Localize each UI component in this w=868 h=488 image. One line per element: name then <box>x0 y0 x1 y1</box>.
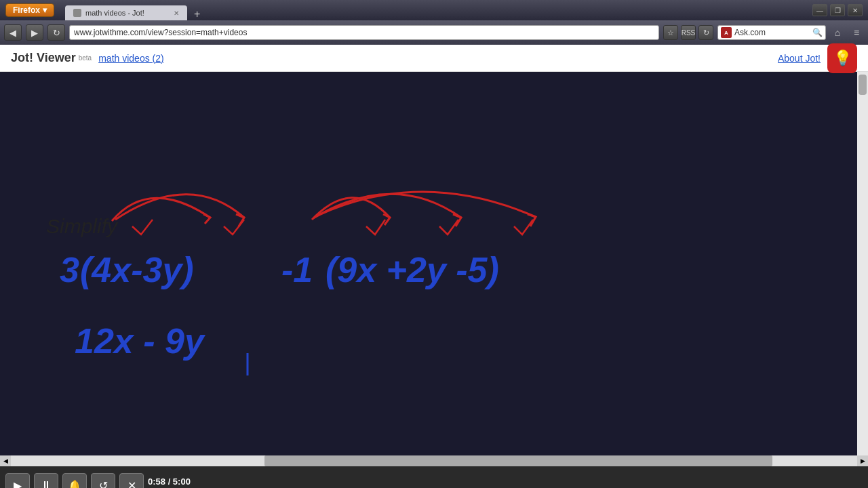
scrollbar-bottom[interactable]: ◀ ▶ <box>0 455 868 466</box>
new-tab-button[interactable]: + <box>190 8 204 20</box>
svg-text:-1: -1 <box>281 250 313 289</box>
svg-text:12x - 9y: 12x - 9y <box>75 321 206 361</box>
scroll-left-arrow[interactable]: ◀ <box>0 455 11 466</box>
svg-text:3: 3 <box>60 250 79 289</box>
pause-icon: ⏸ <box>41 479 52 488</box>
bell-button[interactable]: 🔔 <box>62 473 87 488</box>
search-input-text: Ask.com <box>734 28 809 37</box>
back-button[interactable]: ◀ <box>4 24 22 41</box>
tab-bar: math videos - Jot! ✕ + <box>65 0 204 20</box>
play-button[interactable]: ▶ <box>5 473 30 488</box>
firefox-dropdown-icon: ▾ <box>43 5 47 15</box>
canvas-area: Simplify 3 (4x-3y) -1 (9x +2y -5) 12x - … <box>0 72 857 455</box>
scroll-thumb[interactable] <box>264 455 772 466</box>
play-icon: ▶ <box>14 479 22 489</box>
jot-logo: 💡 <box>827 43 857 73</box>
beta-badge: beta <box>79 54 92 62</box>
pause-button[interactable]: ⏸ <box>34 473 58 488</box>
star-button[interactable]: ☆ <box>663 25 678 40</box>
scroll-track[interactable] <box>11 455 857 466</box>
minimize-button[interactable]: — <box>812 4 827 16</box>
firefox-menu-button[interactable]: Firefox ▾ <box>5 3 54 17</box>
url-text: www.jotwithme.com/view?session=math+vide… <box>74 28 247 37</box>
maximize-button[interactable]: ❐ <box>830 4 845 16</box>
app-title: Jot! Viewer <box>11 51 76 65</box>
rewind-icon: ↺ <box>99 479 108 489</box>
browser-titlebar: Firefox ▾ math videos - Jot! ✕ + — ❐ ✕ <box>0 0 868 20</box>
firefox-label: Firefox <box>13 5 40 15</box>
time-display: 0:58 / 5:00 <box>148 476 863 487</box>
rss-button[interactable]: RSS <box>681 25 696 40</box>
tab-title: math videos - Jot! <box>85 9 144 17</box>
close-toolbar-button[interactable]: ✕ <box>119 473 144 488</box>
scrollbar-right[interactable] <box>857 72 868 455</box>
about-jot-link[interactable]: About Jot! <box>778 53 821 64</box>
progress-container: 0:58 / 5:00 <box>148 476 863 489</box>
search-box[interactable]: A Ask.com 🔍 <box>717 25 826 40</box>
active-tab[interactable]: math videos - Jot! ✕ <box>65 5 187 20</box>
tab-close-button[interactable]: ✕ <box>174 9 179 17</box>
address-bar: ◀ ▶ ↻ www.jotwithme.com/view?session=mat… <box>0 20 868 45</box>
svg-text:(9x +2y -5): (9x +2y -5) <box>326 250 499 289</box>
scroll-right-arrow[interactable]: ▶ <box>857 455 868 466</box>
close-icon: ✕ <box>127 479 136 489</box>
forward-button[interactable]: ▶ <box>26 24 43 41</box>
tab-favicon <box>73 9 81 17</box>
bell-icon: 🔔 <box>68 479 81 489</box>
close-button[interactable]: ✕ <box>848 4 863 16</box>
window-controls: — ❐ ✕ <box>812 4 863 16</box>
math-videos-nav-link[interactable]: math videos (2) <box>98 53 163 64</box>
refresh-alt-button[interactable]: ↻ <box>698 25 713 40</box>
math-canvas: Simplify 3 (4x-3y) -1 (9x +2y -5) 12x - … <box>0 72 857 455</box>
search-engine-icon: A <box>721 27 732 38</box>
search-submit-icon[interactable]: 🔍 <box>812 27 823 38</box>
refresh-button[interactable]: ↻ <box>47 24 65 41</box>
svg-text:(4x-3y): (4x-3y) <box>80 250 194 289</box>
nav-icons: ☆ RSS ↻ <box>663 25 713 40</box>
scrollbar-thumb[interactable] <box>859 75 867 95</box>
rewind-button[interactable]: ↺ <box>91 473 115 488</box>
address-input[interactable]: www.jotwithme.com/view?session=math+vide… <box>69 25 659 40</box>
svg-text:Simplify: Simplify <box>46 215 119 237</box>
home-button[interactable]: ⌂ <box>830 25 845 40</box>
main-area: Simplify 3 (4x-3y) -1 (9x +2y -5) 12x - … <box>0 72 868 455</box>
bookmarks-button[interactable]: ≡ <box>849 25 864 40</box>
app-header: Jot! Viewer beta math videos (2) About J… <box>0 45 868 72</box>
jot-logo-icon: 💡 <box>833 49 852 67</box>
bottom-toolbar: ▶ ⏸ 🔔 ↺ ✕ 0:58 / 5:00 <box>0 466 868 488</box>
